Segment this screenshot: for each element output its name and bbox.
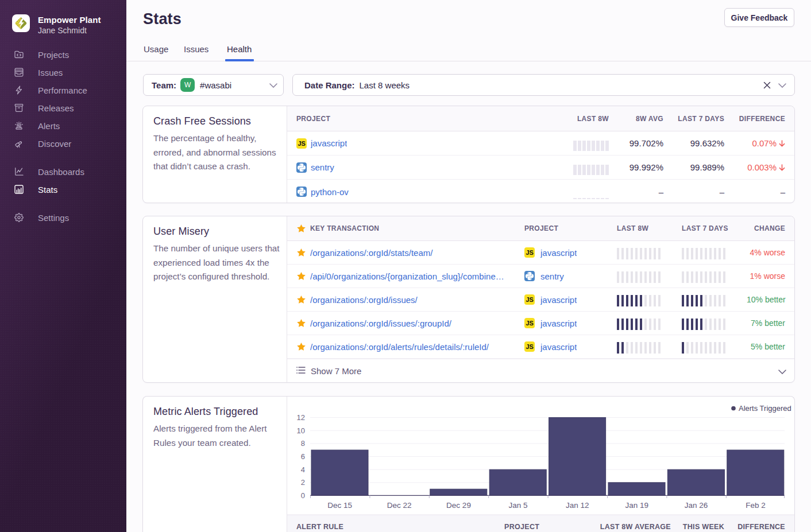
- svg-text:0: 0: [301, 491, 305, 500]
- svg-text:2: 2: [301, 478, 305, 487]
- svg-text:10: 10: [297, 426, 305, 435]
- svg-text:6: 6: [301, 452, 305, 461]
- svg-text:4: 4: [301, 465, 305, 474]
- svg-text:Dec 29: Dec 29: [446, 501, 471, 510]
- svg-text:THIS WEEK: THIS WEEK: [683, 523, 724, 531]
- svg-text:8: 8: [301, 439, 305, 448]
- svg-text:Dec 22: Dec 22: [387, 501, 412, 510]
- svg-text:PROJECT: PROJECT: [504, 523, 539, 531]
- svg-text:Jan 5: Jan 5: [508, 501, 527, 510]
- svg-text:Jan 26: Jan 26: [685, 501, 708, 510]
- svg-text:Jan 19: Jan 19: [625, 501, 648, 510]
- svg-text:LAST 8W AVERAGE: LAST 8W AVERAGE: [600, 523, 671, 531]
- svg-text:12: 12: [297, 413, 305, 422]
- svg-text:DIFFERENCE: DIFFERENCE: [737, 523, 785, 531]
- svg-text:Feb 2: Feb 2: [746, 501, 766, 510]
- svg-text:Dec 15: Dec 15: [327, 501, 352, 510]
- svg-text:Jan 12: Jan 12: [566, 501, 589, 510]
- svg-text:Alerts Triggered: Alerts Triggered: [739, 404, 791, 413]
- svg-text:ALERT RULE: ALERT RULE: [296, 523, 343, 531]
